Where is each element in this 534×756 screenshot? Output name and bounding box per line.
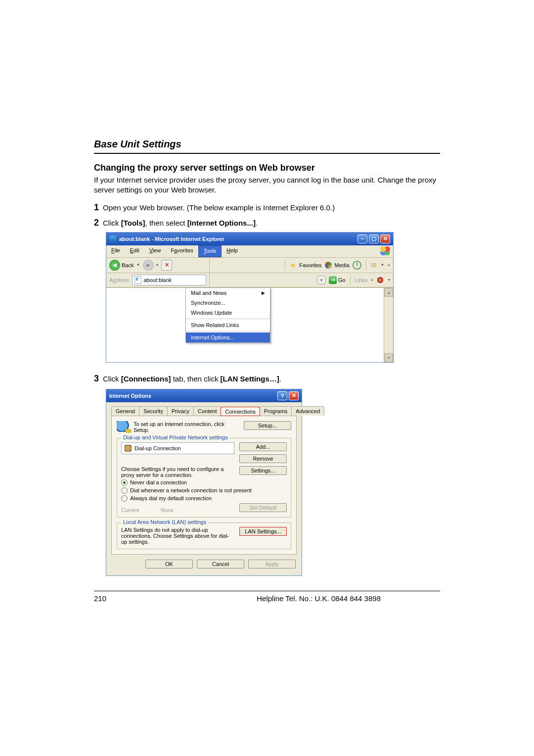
- minimize-button[interactable]: –: [357, 235, 367, 243]
- lan-settings-button[interactable]: LAN Settings...: [239, 527, 287, 536]
- dialup-connection-icon: [125, 445, 132, 452]
- close-button[interactable]: ✕: [289, 391, 299, 400]
- scroll-down-icon[interactable]: ▾: [384, 353, 393, 362]
- address-dropdown[interactable]: ▾: [317, 276, 326, 284]
- ie-brand-icon: [377, 245, 393, 257]
- overflow-chevron-icon[interactable]: »: [387, 262, 390, 268]
- globe-wizard-icon: [117, 421, 130, 432]
- stop-button[interactable]: ✕: [161, 260, 172, 271]
- step-text: Click [Tools], then select [Internet Opt…: [103, 219, 258, 227]
- tab-content[interactable]: Content: [193, 406, 222, 416]
- tab-strip: General Security Privacy Content Connect…: [111, 406, 297, 416]
- forward-arrow-icon: ►: [143, 260, 154, 271]
- heading: Changing the proxy server settings on We…: [94, 163, 440, 173]
- radio-icon: [121, 479, 128, 486]
- back-button[interactable]: ◄ Back ▼: [109, 260, 140, 271]
- separator: [366, 260, 366, 271]
- ie-logo-icon: [109, 236, 116, 242]
- menu-favorites[interactable]: Favorites: [166, 245, 198, 257]
- maximize-button[interactable]: ▢: [369, 235, 379, 243]
- mail-icon[interactable]: ✉: [371, 261, 377, 269]
- connections-panel: To set up an Internet connection, click …: [111, 416, 297, 555]
- separator: [350, 275, 351, 285]
- window-title: about:blank - Microsoft Internet Explore…: [119, 236, 224, 242]
- settings-button[interactable]: Settings...: [239, 466, 287, 475]
- set-default-button[interactable]: Set Default: [239, 503, 287, 512]
- scroll-up-icon[interactable]: ▴: [384, 288, 393, 297]
- radio-always-dial[interactable]: Always dial my default connection: [121, 495, 287, 502]
- back-label: Back: [122, 262, 134, 268]
- submenu-arrow-icon: ▶: [262, 290, 265, 295]
- radio-icon: [121, 487, 128, 494]
- chevron-down-icon: ▼: [136, 263, 140, 267]
- go-button[interactable]: ➔ Go: [329, 276, 346, 284]
- dialup-list[interactable]: Dial-up Connection: [121, 442, 234, 454]
- helpline-text: Helpline Tel. No.: U.K. 0844 844 3898: [257, 594, 381, 603]
- extras-toolbar: ★ Favorites Media ✉ ▼ »: [210, 258, 393, 273]
- context-help-button[interactable]: ?: [277, 391, 287, 400]
- tab-programs[interactable]: Programs: [260, 406, 292, 416]
- menu-view[interactable]: View: [144, 245, 166, 257]
- back-arrow-icon: ◄: [109, 260, 120, 271]
- chevron-down-icon: ▾: [156, 263, 158, 267]
- scrollbar[interactable]: ▴ ▾: [384, 288, 393, 362]
- forward-button[interactable]: ► ▾: [143, 260, 158, 271]
- tab-general[interactable]: General: [111, 406, 139, 416]
- history-icon[interactable]: [353, 261, 361, 270]
- tab-privacy[interactable]: Privacy: [167, 406, 194, 416]
- document-page: Base Unit Settings Changing the proxy se…: [94, 0, 440, 662]
- radio-dial-when-absent[interactable]: Dial whenever a network connection is no…: [121, 487, 287, 494]
- nav-toolbar: ◄ Back ▼ ► ▾ ✕: [106, 258, 209, 273]
- favorites-label[interactable]: Favorites: [299, 262, 321, 268]
- menu-file[interactable]: File: [106, 245, 125, 257]
- setup-button[interactable]: Setup...: [244, 421, 291, 430]
- tab-security[interactable]: Security: [139, 406, 168, 416]
- section-title: Base Unit Settings: [94, 139, 440, 150]
- dialup-item: Dial-up Connection: [134, 445, 181, 451]
- menu-help[interactable]: Help: [222, 245, 243, 257]
- window-controls: – ▢ ✕: [357, 235, 390, 243]
- menu-edit[interactable]: Edit: [125, 245, 144, 257]
- ie-window: about:blank - Microsoft Internet Explore…: [106, 232, 394, 363]
- menu-internet-options[interactable]: Internet Options...: [186, 332, 270, 342]
- menu-windows-update[interactable]: Windows Update: [186, 308, 270, 318]
- radio-never-dial[interactable]: Never dial a connection: [121, 479, 287, 486]
- menu-show-related[interactable]: Show Related Links: [186, 320, 270, 330]
- go-label: Go: [338, 277, 346, 283]
- separator: [285, 260, 285, 271]
- menu-tools[interactable]: Tools: [198, 245, 222, 257]
- media-icon: [325, 262, 332, 269]
- overflow-chevron-icon[interactable]: »: [370, 277, 373, 283]
- menu-synchronize[interactable]: Synchronize...: [186, 298, 270, 308]
- dialog-title: Internet Options: [109, 393, 151, 399]
- links-label[interactable]: Links: [355, 277, 368, 283]
- menu-mail-and-news[interactable]: Mail and News▶: [186, 288, 270, 298]
- close-button[interactable]: ✕: [380, 235, 390, 243]
- ok-button[interactable]: OK: [145, 560, 193, 568]
- add-button[interactable]: Add...: [239, 442, 287, 451]
- address-bar: Address about:blank: [106, 273, 209, 287]
- tab-advanced[interactable]: Advanced: [291, 406, 324, 416]
- dialog-titlebar: Internet Options ? ✕: [106, 389, 302, 402]
- apply-button[interactable]: Apply: [248, 560, 296, 568]
- address-value: about:blank: [143, 277, 172, 283]
- step-1: 1 Open your Web browser. (The below exam…: [94, 202, 440, 213]
- menu-separator: [186, 331, 270, 331]
- plugin-icon[interactable]: [376, 277, 384, 284]
- chevron-down-icon: ▼: [381, 263, 385, 267]
- rule: [94, 153, 440, 154]
- chevron-down-icon: ▾: [388, 278, 390, 282]
- step-text: Open your Web browser. (The below exampl…: [103, 203, 335, 212]
- tab-connections[interactable]: Connections: [221, 407, 260, 416]
- window-titlebar: about:blank - Microsoft Internet Explore…: [106, 233, 393, 245]
- internet-options-dialog: Internet Options ? ✕ General Security Pr…: [106, 389, 302, 576]
- menu-separator: [186, 319, 270, 319]
- remove-button[interactable]: Remove: [239, 454, 287, 463]
- step-2: 2 Click [Tools], then select [Internet O…: [94, 218, 440, 228]
- step-number: 1: [94, 202, 99, 213]
- go-links-bar: ▾ ➔ Go Links » ▾: [210, 273, 393, 287]
- lan-fieldset: Local Area Network (LAN) settings LAN Se…: [117, 522, 291, 549]
- cancel-button[interactable]: Cancel: [197, 560, 244, 568]
- media-label[interactable]: Media: [335, 262, 350, 268]
- address-field[interactable]: about:blank: [132, 275, 206, 285]
